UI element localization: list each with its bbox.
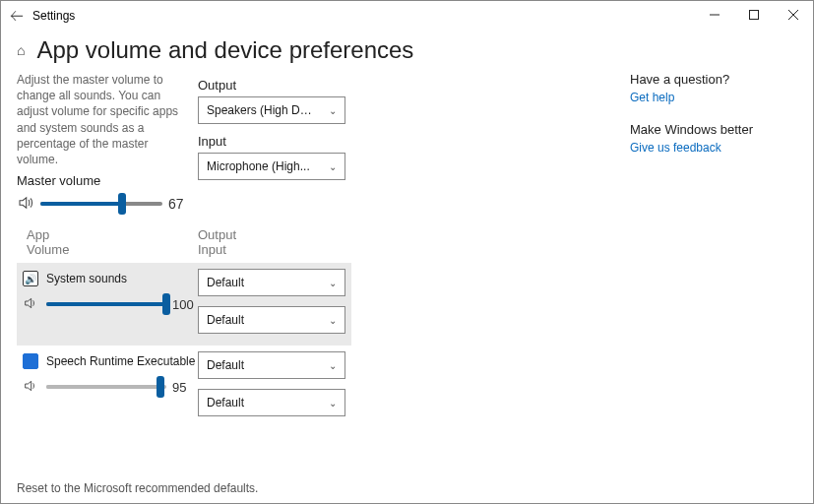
- app-input-select[interactable]: Default ⌄: [198, 389, 345, 416]
- app-name: Speech Runtime Executable: [46, 354, 195, 368]
- input-device-select[interactable]: Microphone (High... ⌄: [198, 153, 345, 180]
- page-header: ⌂ App volume and device preferences: [1, 31, 813, 72]
- make-windows-better-heading: Make Windows better: [630, 122, 768, 137]
- window-controls: [695, 1, 813, 29]
- reset-defaults-text: Reset to the Microsoft recommended defau…: [17, 481, 258, 495]
- output-device-select[interactable]: Speakers (High Defi... ⌄: [198, 96, 345, 124]
- app-icon: [23, 353, 38, 369]
- app-icon: 🔊: [23, 271, 38, 286]
- have-question-heading: Have a question?: [630, 72, 768, 87]
- master-volume-slider[interactable]: [40, 202, 162, 206]
- app-input-select[interactable]: Default ⌄: [198, 306, 345, 334]
- col-input: Input: [198, 242, 236, 257]
- chevron-down-icon: ⌄: [329, 105, 337, 116]
- output-device-value: Speakers (High Defi...: [207, 103, 315, 117]
- app-output-value: Default: [207, 358, 244, 372]
- master-volume-value: 67: [168, 196, 194, 212]
- app-output-select[interactable]: Default ⌄: [198, 269, 345, 296]
- speaker-icon[interactable]: [23, 295, 40, 314]
- input-device-value: Microphone (High...: [207, 159, 310, 173]
- col-volume: Volume: [27, 242, 198, 257]
- chevron-down-icon: ⌄: [329, 278, 337, 288]
- app-name: System sounds: [46, 272, 127, 285]
- chevron-down-icon: ⌄: [329, 161, 337, 172]
- app-volume-slider[interactable]: [46, 385, 166, 389]
- table-row[interactable]: 🔊 System sounds 100 Default: [17, 263, 351, 346]
- chevron-down-icon: ⌄: [329, 360, 337, 371]
- maximize-button[interactable]: [734, 1, 774, 29]
- table-row[interactable]: Speech Runtime Executable 95 Default: [17, 346, 351, 428]
- app-input-value: Default: [207, 313, 244, 327]
- input-label: Input: [198, 134, 355, 149]
- app-output-select[interactable]: Default ⌄: [198, 351, 345, 379]
- give-feedback-link[interactable]: Give us feedback: [630, 141, 768, 155]
- app-volume-slider[interactable]: [46, 302, 166, 306]
- svg-rect-1: [750, 11, 759, 20]
- col-app: App: [27, 227, 198, 242]
- page-description: Adjust the master volume to change all s…: [17, 72, 184, 167]
- back-button[interactable]: 🡠: [1, 8, 32, 24]
- page-title: App volume and device preferences: [36, 36, 413, 64]
- app-output-value: Default: [207, 276, 244, 289]
- close-button[interactable]: [774, 1, 813, 29]
- app-volume-table: App Volume Output Input 🔊 System sounds: [17, 221, 351, 428]
- app-volume-value: 95: [172, 380, 198, 395]
- speaker-icon[interactable]: [17, 194, 34, 215]
- output-label: Output: [198, 78, 355, 93]
- chevron-down-icon: ⌄: [329, 398, 337, 409]
- minimize-button[interactable]: [695, 1, 734, 29]
- master-volume-label: Master volume: [17, 173, 194, 188]
- get-help-link[interactable]: Get help: [630, 91, 768, 104]
- title-bar: 🡠 Settings: [1, 1, 813, 31]
- app-input-value: Default: [207, 396, 244, 410]
- home-icon[interactable]: ⌂: [17, 42, 25, 58]
- app-volume-value: 100: [172, 297, 198, 312]
- col-output: Output: [198, 227, 236, 242]
- speaker-icon[interactable]: [23, 378, 40, 397]
- window-title: Settings: [32, 9, 75, 23]
- chevron-down-icon: ⌄: [329, 315, 337, 326]
